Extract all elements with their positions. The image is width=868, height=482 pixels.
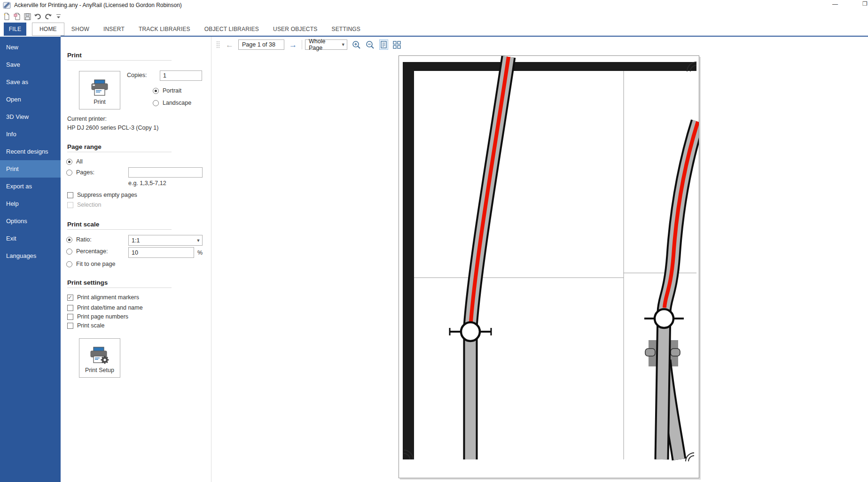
page-range-heading: Page range xyxy=(67,143,102,150)
zoom-mode-combobox[interactable]: Whole Page ▼ xyxy=(305,39,347,50)
multi-page-view-icon[interactable] xyxy=(393,41,401,49)
panel-divider xyxy=(211,37,211,482)
ratio-radio-row[interactable]: Ratio: xyxy=(66,236,92,243)
landscape-radio-row[interactable]: Landscape xyxy=(153,100,191,106)
datetime-name-row[interactable]: Print date/time and name xyxy=(67,304,143,311)
toolbar-separator xyxy=(302,40,302,49)
turnout-indicator-left xyxy=(450,322,491,341)
print-scale-setting-row[interactable]: Print scale xyxy=(67,322,104,329)
single-page-view-icon[interactable] xyxy=(379,39,388,50)
page-indicator-text: Page 1 of 38 xyxy=(242,41,275,48)
ratio-label: Ratio: xyxy=(76,236,92,243)
alignment-markers-row[interactable]: Print alignment markers xyxy=(67,294,139,301)
redo-icon[interactable] xyxy=(44,12,52,21)
print-button[interactable]: Print xyxy=(79,71,120,109)
sidebar-item-languages[interactable]: Languages xyxy=(0,247,61,264)
ribbon-tabs: FILE HOME SHOW INSERT TRACK LIBRARIES OB… xyxy=(0,23,868,36)
fit-to-one-page-radio[interactable] xyxy=(66,261,72,267)
print-scale-checkbox[interactable] xyxy=(67,323,73,329)
toolbar-grip[interactable] xyxy=(216,41,220,48)
sidebar-item-print[interactable]: Print xyxy=(0,160,61,178)
print-scale-label: Print scale xyxy=(77,322,104,329)
print-preview-page[interactable] xyxy=(399,55,699,478)
copies-input[interactable] xyxy=(160,70,202,81)
page-numbers-row[interactable]: Print page numbers xyxy=(67,313,128,320)
tab-file[interactable]: FILE xyxy=(4,23,26,36)
suppress-empty-pages-label: Suppress empty pages xyxy=(77,192,137,198)
pages-input[interactable] xyxy=(128,167,203,178)
open-icon[interactable] xyxy=(13,12,21,21)
tab-show[interactable]: SHOW xyxy=(64,23,96,36)
percentage-radio[interactable] xyxy=(66,249,72,255)
percentage-input[interactable] xyxy=(128,247,194,258)
sidebar-item-open[interactable]: Open xyxy=(0,91,61,108)
minimize-button[interactable]: — xyxy=(828,1,842,9)
pages-radio-row[interactable]: Pages: xyxy=(66,169,94,176)
all-pages-radio-row[interactable]: All xyxy=(66,158,83,165)
quick-access-toolbar xyxy=(2,11,63,22)
print-scale-heading: Print scale xyxy=(67,221,99,228)
portrait-radio-row[interactable]: Portrait xyxy=(153,87,181,94)
page-numbers-checkbox[interactable] xyxy=(67,314,73,320)
sidebar-item-options[interactable]: Options xyxy=(0,212,61,230)
save-icon[interactable] xyxy=(23,12,31,21)
pages-radio[interactable] xyxy=(66,170,72,176)
chevron-down-icon[interactable]: ▼ xyxy=(195,238,202,243)
tab-settings[interactable]: SETTINGS xyxy=(324,23,368,36)
landscape-radio[interactable] xyxy=(153,100,159,106)
pages-label: Pages: xyxy=(76,169,94,176)
sidebar-item-info[interactable]: Info xyxy=(0,125,61,143)
all-pages-radio[interactable] xyxy=(66,159,72,165)
datetime-name-checkbox[interactable] xyxy=(67,305,73,311)
zoom-in-icon[interactable] xyxy=(352,40,361,49)
suppress-empty-pages-row[interactable]: Suppress empty pages xyxy=(67,192,137,198)
sidebar-item-save[interactable]: Save xyxy=(0,56,61,73)
layout-edge-left xyxy=(403,62,414,459)
portrait-radio[interactable] xyxy=(153,88,159,94)
fit-to-one-page-radio-row[interactable]: Fit to one page xyxy=(66,261,115,267)
percentage-radio-row[interactable]: Percentage: xyxy=(66,248,108,255)
ratio-combobox[interactable]: 1:1 ▼ xyxy=(128,235,203,246)
tab-user-objects[interactable]: USER OBJECTS xyxy=(266,23,324,36)
suppress-empty-pages-checkbox[interactable] xyxy=(67,192,73,198)
page-indicator[interactable]: Page 1 of 38 xyxy=(238,39,284,50)
print-setup-button[interactable]: Print Setup xyxy=(79,338,120,378)
printer-icon xyxy=(90,79,109,96)
curve-marks xyxy=(404,62,696,461)
chevron-down-icon[interactable]: ▼ xyxy=(340,42,347,47)
sidebar-item-new[interactable]: New xyxy=(0,39,61,56)
print-button-label: Print xyxy=(94,99,106,105)
title-bar: Ackerville for Printing.any - AnyRail (L… xyxy=(0,0,868,11)
tab-track-libraries[interactable]: TRACK LIBRARIES xyxy=(132,23,197,36)
sidebar-item-help[interactable]: Help xyxy=(0,195,61,212)
app-icon xyxy=(3,1,11,9)
print-options-panel: Print Print Copies: Portrait Landscape C… xyxy=(61,37,211,482)
undo-icon[interactable] xyxy=(33,12,42,21)
accessory-tab-right xyxy=(671,349,680,356)
sidebar-item-exit[interactable]: Exit xyxy=(0,230,61,247)
zoom-out-icon[interactable] xyxy=(366,40,375,49)
portrait-label: Portrait xyxy=(163,87,181,94)
divider xyxy=(67,288,172,288)
previous-page-arrow-icon[interactable]: ← xyxy=(224,41,235,49)
sidebar-item-export-as[interactable]: Export as xyxy=(0,178,61,195)
accessory-tab-left xyxy=(645,349,655,356)
tab-object-libraries[interactable]: OBJECT LIBRARIES xyxy=(197,23,266,36)
tab-insert[interactable]: INSERT xyxy=(96,23,132,36)
customize-toolbar-icon[interactable] xyxy=(54,12,63,21)
print-section-heading: Print xyxy=(67,52,82,59)
ratio-radio[interactable] xyxy=(66,237,72,243)
alignment-markers-checkbox[interactable] xyxy=(67,295,73,301)
track-right xyxy=(662,122,698,459)
sidebar-item-3d-view[interactable]: 3D View xyxy=(0,108,61,125)
turnout-indicator-right xyxy=(644,309,684,328)
all-pages-label: All xyxy=(76,158,83,165)
tab-home[interactable]: HOME xyxy=(32,23,64,36)
new-document-icon[interactable] xyxy=(2,12,11,21)
next-page-arrow-icon[interactable]: → xyxy=(287,41,299,49)
sidebar-item-recent-designs[interactable]: Recent designs xyxy=(0,143,61,160)
print-setup-label: Print Setup xyxy=(85,367,114,373)
maximize-button[interactable]: ❐ xyxy=(862,0,868,9)
current-printer-label: Current printer: xyxy=(67,116,107,122)
sidebar-item-save-as[interactable]: Save as xyxy=(0,73,61,91)
